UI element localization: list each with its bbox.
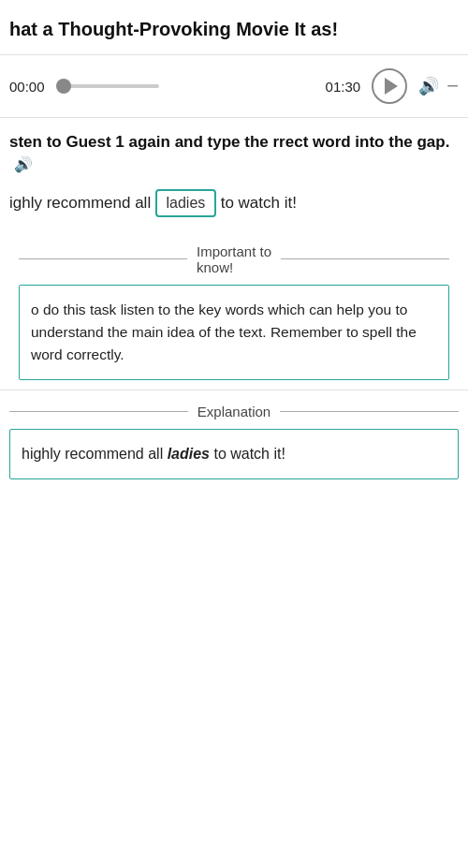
instruction-label: sten to Guest 1 again and type the rrect… <box>9 133 449 151</box>
exercise-sentence: ighly recommend all ladies to watch it! <box>9 189 459 217</box>
instruction-section: sten to Guest 1 again and type the rrect… <box>0 118 468 390</box>
instruction-text: sten to Guest 1 again and type the rrect… <box>9 131 459 176</box>
explanation-line-right <box>280 411 459 412</box>
audio-thumb[interactable] <box>56 79 71 94</box>
audio-slider-wrapper[interactable] <box>56 84 314 88</box>
answer-text: highly recommend all ladies to watch it! <box>22 443 446 466</box>
divider-line-left <box>19 258 187 259</box>
time-start: 00:00 <box>9 79 45 95</box>
exercise-answer[interactable]: ladies <box>155 189 216 217</box>
more-icon[interactable]: − <box>446 74 459 98</box>
title-section: hat a Thought-Provoking Movie It as! <box>0 0 468 55</box>
volume-icon[interactable]: 🔊 <box>418 76 439 96</box>
play-icon <box>385 78 398 95</box>
exercise-suffix: to watch it! <box>221 194 297 212</box>
answer-word: ladies <box>168 446 210 462</box>
answer-suffix: to watch it! <box>210 446 285 462</box>
explanation-line-left <box>9 411 188 412</box>
important-label: Important toknow! <box>197 243 271 275</box>
exercise-prefix: ighly recommend all <box>9 194 151 212</box>
audio-player: 00:00 01:30 🔊 − <box>0 55 468 118</box>
time-end: 01:30 <box>326 79 361 95</box>
info-box: o do this task listen to the key words w… <box>19 285 449 380</box>
answer-box: highly recommend all ladies to watch it! <box>9 429 459 480</box>
page-title: hat a Thought-Provoking Movie It as! <box>9 17 459 41</box>
divider-line-right <box>281 258 449 259</box>
explanation-divider-row: Explanation <box>0 390 468 429</box>
explanation-label: Explanation <box>197 404 271 419</box>
audio-track[interactable] <box>56 84 159 88</box>
answer-prefix: highly recommend all <box>22 446 168 462</box>
play-button[interactable] <box>372 68 407 104</box>
important-divider-row: Important toknow! <box>9 234 459 285</box>
instruction-audio-icon[interactable]: 🔊 <box>14 156 33 172</box>
info-box-text: o do this task listen to the key words w… <box>31 299 437 366</box>
